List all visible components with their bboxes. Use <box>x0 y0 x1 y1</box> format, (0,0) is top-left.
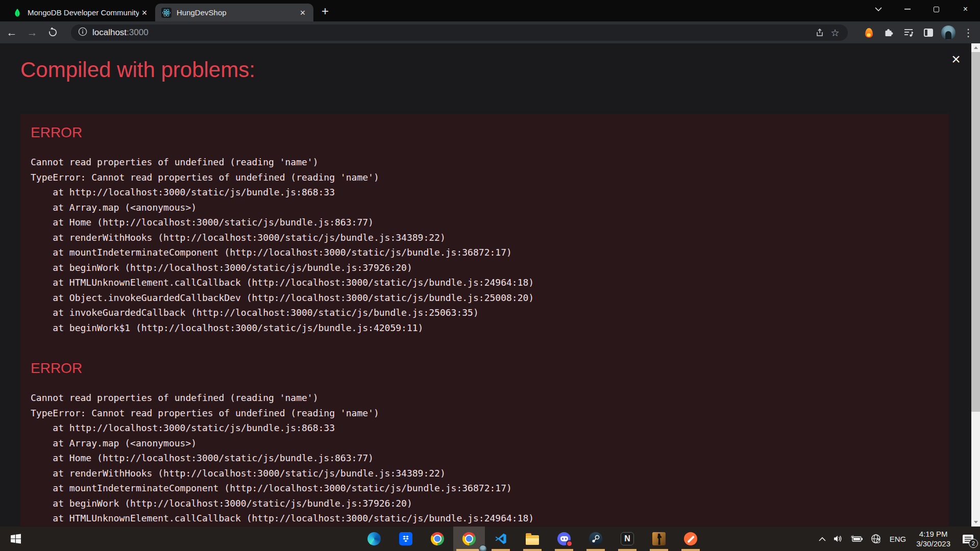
address-bar[interactable]: localhost:3000 ☆ <box>71 24 848 41</box>
scrollbar-down-arrow[interactable] <box>971 518 980 527</box>
browser-toolbar: ← → localhost:3000 ☆ <box>0 21 980 43</box>
battery-icon[interactable] <box>847 527 867 551</box>
mongodb-leaf-icon <box>12 8 22 18</box>
steam-icon <box>589 532 602 545</box>
tab-search-chevron-icon[interactable] <box>864 0 893 18</box>
tab-close-icon[interactable]: × <box>139 7 150 18</box>
error-stack-trace: Cannot read properties of undefined (rea… <box>31 155 937 335</box>
taskbar-notion[interactable]: N <box>611 527 643 551</box>
react-atom-icon <box>161 8 172 18</box>
taskbar-discord[interactable] <box>548 527 580 551</box>
tab-mongodb-community[interactable]: MongoDB Developer Community × <box>6 4 155 21</box>
side-panel-icon[interactable] <box>921 25 936 40</box>
back-icon[interactable]: ← <box>3 24 20 41</box>
taskbar: N ENG 4:19 PM 3/30/2023 <box>0 527 980 551</box>
discord-notification-badge <box>566 540 573 547</box>
tab-close-icon[interactable]: × <box>297 7 308 18</box>
error-section: ERRORCannot read properties of undefined… <box>31 360 937 526</box>
extensions-puzzle-icon[interactable] <box>881 25 896 40</box>
share-icon[interactable] <box>812 25 827 40</box>
taskbar-apps: N <box>358 527 706 551</box>
chrome-profile-icon <box>462 532 476 545</box>
start-button[interactable] <box>0 527 32 551</box>
vscode-icon <box>494 532 507 545</box>
overlay-close-icon[interactable]: × <box>947 51 965 68</box>
taskbar-vscode[interactable] <box>485 527 517 551</box>
forward-icon[interactable]: → <box>23 24 41 41</box>
profile-avatar[interactable] <box>941 25 956 40</box>
window-controls: × <box>864 0 980 18</box>
error-label: ERROR <box>31 124 937 141</box>
language-indicator[interactable]: ENG <box>885 535 912 543</box>
tab-title: MongoDB Developer Community <box>28 8 139 17</box>
window-close-button[interactable]: × <box>951 0 980 18</box>
hidden-icons-chevron-icon[interactable] <box>815 527 829 551</box>
edge-icon <box>368 532 381 545</box>
scrollbar-up-arrow[interactable] <box>971 43 980 52</box>
minimize-button[interactable] <box>893 0 922 18</box>
taskbar-postman[interactable] <box>675 527 706 551</box>
system-tray: ENG 4:19 PM 3/30/2023 2 <box>815 527 980 551</box>
error-box: ERRORCannot read properties of undefined… <box>20 114 949 526</box>
more-menu-icon[interactable]: ⋮ <box>961 25 976 40</box>
restore-button[interactable] <box>922 0 951 18</box>
desktop-screen: MongoDB Developer Community × HungDevSho… <box>0 0 980 551</box>
notion-icon: N <box>621 532 634 545</box>
tab-hungdevshop[interactable]: HungDevShop × <box>155 4 313 21</box>
extensions-area: ⋮ <box>861 23 976 42</box>
overlay-title: Compiled with problems: <box>20 58 255 82</box>
taskbar-csgo[interactable] <box>643 527 675 551</box>
reload-icon[interactable] <box>44 24 61 41</box>
error-section: ERRORCannot read properties of undefined… <box>31 124 937 335</box>
discord-icon <box>557 532 571 545</box>
bookmark-star-icon[interactable]: ☆ <box>827 25 843 40</box>
clock-time: 4:19 PM <box>916 529 950 539</box>
taskbar-edge[interactable] <box>358 527 390 551</box>
dropbox-icon <box>399 532 412 545</box>
taskbar-chrome-profile[interactable] <box>453 527 485 551</box>
postman-icon <box>684 532 697 545</box>
hola-vpn-flame-icon[interactable] <box>861 25 876 40</box>
network-globe-icon[interactable] <box>867 527 885 551</box>
taskbar-chrome[interactable] <box>422 527 453 551</box>
clock-date: 3/30/2023 <box>916 539 950 548</box>
file-explorer-icon <box>526 535 539 545</box>
new-tab-button[interactable]: + <box>317 4 333 19</box>
action-center[interactable]: 2 <box>955 527 980 551</box>
vertical-scrollbar[interactable] <box>971 43 980 527</box>
clock[interactable]: 4:19 PM 3/30/2023 <box>911 529 955 548</box>
site-info-icon[interactable] <box>78 27 87 38</box>
error-label: ERROR <box>31 360 937 377</box>
chrome-icon <box>431 532 444 545</box>
url-port: :3000 <box>127 28 149 37</box>
taskbar-dropbox[interactable] <box>390 527 422 551</box>
page-content: Compiled with problems: × ERRORCannot re… <box>0 43 980 527</box>
taskbar-file-explorer[interactable] <box>517 527 548 551</box>
csgo-icon <box>652 532 666 545</box>
tab-title: HungDevShop <box>177 8 297 17</box>
media-controls-icon[interactable] <box>901 25 916 40</box>
url-host: localhost <box>92 28 127 37</box>
scrollbar-thumb[interactable] <box>971 52 980 412</box>
taskbar-steam[interactable] <box>580 527 611 551</box>
chrome-profile-avatar <box>479 545 487 551</box>
volume-icon[interactable] <box>829 527 847 551</box>
browser-tab-strip: MongoDB Developer Community × HungDevSho… <box>0 0 980 21</box>
notification-count-badge: 2 <box>969 539 978 548</box>
error-stack-trace: Cannot read properties of undefined (rea… <box>31 390 937 526</box>
